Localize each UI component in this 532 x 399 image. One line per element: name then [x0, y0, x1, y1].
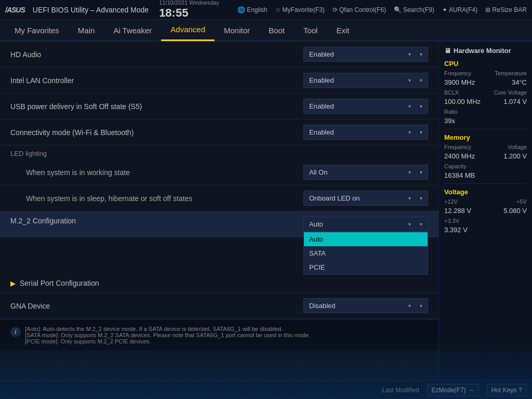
info-icon: i — [10, 327, 21, 337]
mem-freq-value: 2400 MHz — [444, 152, 475, 160]
gna-device-dropdown[interactable]: Disabled ▼ — [303, 298, 428, 313]
cpu-temp-label: Temperature — [495, 70, 527, 76]
nav-advanced[interactable]: Advanced — [161, 19, 215, 41]
cpu-bclk-label: BCLK — [444, 89, 459, 96]
cpu-ratio-value: 39x — [444, 117, 527, 125]
cpu-temp-value: 34°C — [512, 78, 527, 86]
search-btn[interactable]: 🔍 Search(F9) — [394, 6, 434, 14]
mem-volt-value: 1.200 V — [503, 152, 527, 160]
gna-device-label: GNA Device — [10, 302, 303, 310]
bios-title: UEFI BIOS Utility – Advanced Mode — [33, 6, 149, 14]
last-modified-label: Last Modified — [382, 387, 419, 394]
led-sleep-dropdown[interactable]: Onboard LED on ▼ — [303, 191, 428, 206]
monitor-icon: 🖥 — [444, 47, 451, 55]
v12-row: +12V +5V — [444, 198, 527, 205]
nav-ai-tweaker[interactable]: Ai Tweaker — [104, 19, 161, 41]
led-sleep-row: When system is in sleep, hibernate or so… — [0, 185, 438, 211]
info-text: [Auto]: Auto-detects the M.2_2 device mo… — [25, 326, 310, 344]
main-panel: HD Audio Enabled ▼ Intel LAN Controller … — [0, 42, 438, 380]
mem-volt-label: Voltage — [508, 144, 527, 150]
cpu-section-title: CPU — [444, 60, 527, 68]
memory-section-title: Memory — [444, 134, 527, 141]
nav-exit[interactable]: Exit — [327, 19, 358, 41]
nav-boot[interactable]: Boot — [259, 19, 294, 41]
v33-value: 3.392 V — [444, 226, 527, 234]
usb-power-label: USB power delivery in Soft Off state (S5… — [10, 102, 303, 111]
mem-cap-row: Capacity — [444, 163, 527, 169]
top-bar: /ASUS UEFI BIOS Utility – Advanced Mode … — [0, 0, 532, 20]
hw-divider-2 — [444, 183, 527, 184]
led-lighting-section: LED lighting — [0, 145, 438, 159]
connectivity-row: Connectivity mode (Wi-Fi & Bluetooth) En… — [0, 119, 438, 145]
intel-lan-dropdown-wrapper: Enabled ▼ — [303, 73, 428, 88]
connectivity-dropdown[interactable]: Enabled ▼ — [303, 125, 428, 140]
m22-dropdown-menu: Auto SATA PCIE — [303, 232, 428, 275]
hot-keys-btn[interactable]: Hot Keys ? — [487, 384, 527, 396]
datetime: 11/10/2021 Wednesday 18:55 — [159, 0, 219, 20]
serial-port-label: Serial Port Configuration — [20, 279, 428, 287]
mem-freq-row: Frequency Voltage — [444, 144, 527, 150]
my-favorite-btn[interactable]: ☆ MyFavorite(F3) — [275, 6, 325, 14]
aura-btn[interactable]: ✦ AURA(F4) — [442, 6, 477, 14]
arrow-icon: ▶ — [10, 280, 16, 287]
date-display: 11/10/2021 Wednesday — [159, 0, 219, 6]
intel-lan-dropdown[interactable]: Enabled ▼ — [303, 73, 428, 88]
led-sleep-label: When system is in sleep, hibernate or so… — [10, 194, 303, 203]
v5-value: 5.080 V — [503, 207, 527, 215]
v5-label: +5V — [516, 198, 527, 205]
asus-logo: /ASUS — [5, 6, 25, 14]
nav-main[interactable]: Main — [69, 19, 104, 41]
usb-power-row: USB power delivery in Soft Off state (S5… — [0, 94, 438, 119]
nav-monitor[interactable]: Monitor — [215, 19, 259, 41]
intel-lan-label: Intel LAN Controller — [10, 76, 303, 85]
intel-lan-row: Intel LAN Controller Enabled ▼ — [0, 68, 438, 94]
top-tools: 🌐 English ☆ MyFavorite(F3) ⟳ Qfan Contro… — [237, 6, 527, 14]
led-working-dropdown[interactable]: All On ▼ — [303, 165, 428, 180]
led-working-label: When system is in working state — [10, 168, 303, 177]
cpu-bclk-row: BCLK Core Voltage — [444, 89, 527, 96]
hw-divider-1 — [444, 129, 527, 129]
mem-freq-value-row: 2400 MHz 1.200 V — [444, 152, 527, 161]
m22-option-pcie[interactable]: PCIE — [304, 260, 428, 274]
cpu-freq-label: Frequency — [444, 70, 471, 76]
led-sleep-dropdown-wrapper: Onboard LED on ▼ — [303, 191, 428, 206]
cpu-bclk-value: 100.00 MHz — [444, 98, 481, 105]
cpu-bclk-value-row: 100.00 MHz 1.074 V — [444, 98, 527, 107]
mem-freq-label: Frequency — [444, 144, 471, 150]
m22-dropdown-btn[interactable]: Auto ▼ — [303, 217, 428, 232]
ez-mode-btn[interactable]: EzMode(F7) → — [427, 384, 479, 396]
info-line-3: [PCIE mode]: Only supports M.2_2 PCIE de… — [25, 338, 310, 344]
m22-config-label: M.2_2 Configuration — [10, 217, 303, 225]
language-selector[interactable]: 🌐 English — [237, 6, 267, 14]
info-line-2: [SATA mode]: Only supports M.2_2 SATA de… — [25, 332, 310, 338]
cpu-ratio-row: Ratio — [444, 109, 527, 115]
cpu-freq-value-row: 3900 MHz 34°C — [444, 78, 527, 87]
main-nav: My Favorites Main Ai Tweaker Advanced Mo… — [0, 20, 532, 42]
m22-dropdown-wrapper: Auto ▼ Auto SATA PCIE — [303, 217, 428, 232]
voltage-section-title: Voltage — [444, 188, 527, 196]
hd-audio-dropdown-wrapper: Enabled ▼ — [303, 47, 428, 62]
usb-power-dropdown-wrapper: Enabled ▼ — [303, 99, 428, 114]
cpu-ratio-label: Ratio — [444, 109, 458, 115]
m22-option-auto[interactable]: Auto — [304, 232, 428, 246]
nav-tool[interactable]: Tool — [294, 19, 327, 41]
led-working-row: When system is in working state All On ▼ — [0, 159, 438, 185]
v33-label: +3.3V — [444, 218, 459, 224]
m22-option-sata[interactable]: SATA — [304, 246, 428, 260]
connectivity-dropdown-wrapper: Enabled ▼ — [303, 125, 428, 140]
info-bar: i [Auto]: Auto-detects the M.2_2 device … — [0, 319, 438, 350]
m22-config-row: M.2_2 Configuration Auto ▼ Auto SATA PCI… — [0, 211, 438, 237]
cpu-cv-label: Core Voltage — [494, 89, 527, 96]
v33-row: +3.3V — [444, 218, 527, 224]
hd-audio-dropdown[interactable]: Enabled ▼ — [303, 47, 428, 62]
nav-my-favorites[interactable]: My Favorites — [5, 19, 69, 41]
resize-bar-btn[interactable]: ⊞ ReSize BAR — [485, 6, 527, 14]
v12-value: 12.288 V — [444, 207, 471, 215]
usb-power-dropdown[interactable]: Enabled ▼ — [303, 99, 428, 114]
v12-label: +12V — [444, 198, 458, 205]
hd-audio-label: HD Audio — [10, 50, 303, 59]
led-working-dropdown-wrapper: All On ▼ — [303, 165, 428, 180]
content-area: HD Audio Enabled ▼ Intel LAN Controller … — [0, 42, 532, 380]
hd-audio-row: HD Audio Enabled ▼ — [0, 42, 438, 68]
qfan-btn[interactable]: ⟳ Qfan Control(F6) — [332, 6, 386, 14]
